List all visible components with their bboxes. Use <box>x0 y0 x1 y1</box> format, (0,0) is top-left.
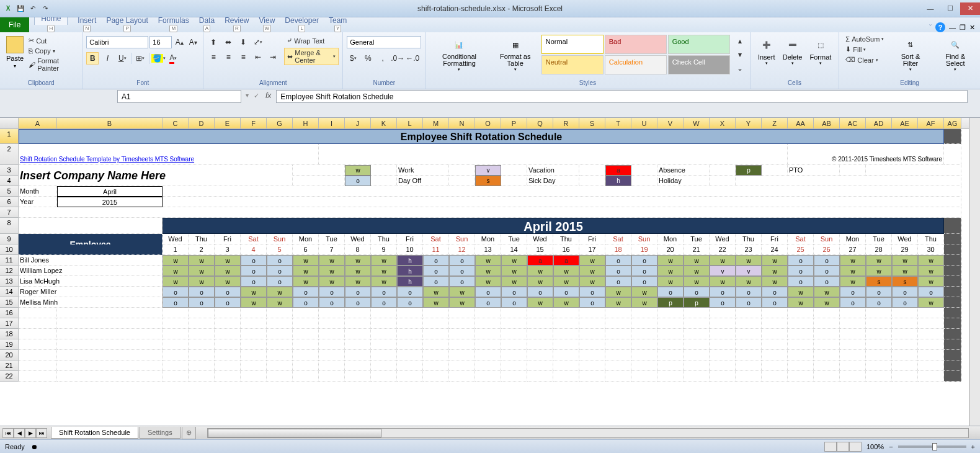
cell[interactable]: 25 <box>788 244 814 255</box>
cell[interactable] <box>293 360 319 371</box>
cell[interactable]: o <box>840 287 866 297</box>
cell[interactable]: Fri <box>397 234 423 244</box>
horizontal-scrollbar[interactable] <box>207 428 969 438</box>
align-top-button[interactable]: ⬆ <box>207 36 220 48</box>
cell[interactable] <box>579 350 605 360</box>
sheet-tab-active[interactable]: Shift Rotation Schedule <box>51 427 138 439</box>
cell[interactable] <box>57 339 163 350</box>
cell[interactable]: w <box>371 266 397 276</box>
row-header[interactable]: 13 <box>0 276 19 287</box>
cell[interactable] <box>163 197 961 207</box>
excel-icon[interactable]: X <box>2 3 14 14</box>
cell[interactable] <box>267 350 293 360</box>
align-right-button[interactable]: ≡ <box>237 51 249 63</box>
cell[interactable] <box>215 360 241 371</box>
cell[interactable]: o <box>605 266 631 276</box>
cell[interactable]: w <box>840 266 866 276</box>
cell[interactable]: o <box>475 297 501 308</box>
cell[interactable]: w <box>736 255 762 266</box>
column-header[interactable]: AF <box>918 118 944 128</box>
cell[interactable]: 26 <box>814 244 840 255</box>
cell[interactable] <box>710 176 736 186</box>
cell[interactable] <box>293 350 319 360</box>
cell[interactable] <box>892 308 918 318</box>
cell[interactable]: a <box>553 255 579 266</box>
row-header[interactable]: 16 <box>0 308 19 318</box>
cell[interactable] <box>788 329 814 339</box>
font-name-input[interactable] <box>86 36 148 48</box>
cell[interactable] <box>267 371 293 382</box>
cell[interactable] <box>293 371 319 382</box>
cell[interactable] <box>814 318 840 329</box>
cell[interactable]: o <box>241 255 267 266</box>
cell[interactable]: w <box>657 266 684 276</box>
cell[interactable]: o <box>814 266 840 276</box>
cell[interactable] <box>449 371 475 382</box>
insert-cells-button[interactable]: ➕Insert▾ <box>754 35 779 67</box>
cell[interactable]: o <box>866 297 892 308</box>
cell[interactable]: o <box>762 287 788 297</box>
cell[interactable] <box>19 339 57 350</box>
cell[interactable]: o <box>553 287 579 297</box>
cell[interactable] <box>449 339 475 350</box>
cell[interactable]: 6 <box>293 244 319 255</box>
cell[interactable] <box>866 318 892 329</box>
cell[interactable] <box>423 318 449 329</box>
cell[interactable] <box>944 234 961 244</box>
window-close-icon[interactable]: ✕ <box>969 24 975 32</box>
cell[interactable]: Thu <box>736 234 762 244</box>
comma-button[interactable]: , <box>376 52 389 65</box>
format-painter-button[interactable]: 🖌Format Painter <box>26 56 78 73</box>
cell[interactable] <box>163 186 961 197</box>
font-color-button[interactable]: A▾ <box>167 52 179 65</box>
cell[interactable]: w <box>163 266 189 276</box>
cell[interactable] <box>423 339 449 350</box>
column-header[interactable]: R <box>553 118 579 128</box>
cell[interactable]: 8 <box>345 244 371 255</box>
cell[interactable]: v <box>710 266 736 276</box>
cell[interactable] <box>605 350 631 360</box>
column-header[interactable]: I <box>319 118 345 128</box>
find-select-button[interactable]: 🔍Find & Select▾ <box>935 35 976 73</box>
column-header[interactable]: D <box>189 118 215 128</box>
cell[interactable] <box>241 371 267 382</box>
cell[interactable] <box>163 308 189 318</box>
cell[interactable] <box>397 329 423 339</box>
cell[interactable]: April 2015 <box>163 218 944 234</box>
cell[interactable] <box>788 350 814 360</box>
cell[interactable] <box>684 308 710 318</box>
cell[interactable]: o <box>319 297 345 308</box>
cell[interactable]: Sat <box>788 234 814 244</box>
cell[interactable] <box>710 329 736 339</box>
cell[interactable]: w <box>553 297 579 308</box>
cell[interactable]: Employee Shift Rotation Schedule <box>19 129 944 144</box>
cut-button[interactable]: ✂Cut <box>26 36 78 45</box>
cell[interactable]: o <box>631 255 657 266</box>
column-header[interactable]: N <box>449 118 475 128</box>
cell[interactable] <box>553 308 579 318</box>
tab-last-button[interactable]: ⏭ <box>36 428 47 438</box>
cell[interactable]: o <box>293 297 319 308</box>
cell[interactable]: o <box>319 287 345 297</box>
cell[interactable]: o <box>345 297 371 308</box>
cell[interactable]: Fri <box>215 234 241 244</box>
cell[interactable]: o <box>736 297 762 308</box>
cell[interactable] <box>657 371 684 382</box>
cell[interactable] <box>840 360 866 371</box>
cell[interactable]: w <box>527 276 553 287</box>
zoom-level[interactable]: 100% <box>866 443 884 450</box>
cell[interactable]: o <box>918 287 944 297</box>
cell[interactable]: w <box>267 297 293 308</box>
cell[interactable]: w <box>918 297 944 308</box>
row-header[interactable]: 19 <box>0 339 19 350</box>
cell[interactable]: h <box>397 255 423 266</box>
underline-button[interactable]: U▾ <box>116 52 128 65</box>
cell[interactable]: 5 <box>267 244 293 255</box>
minimize-button[interactable]: — <box>920 2 940 15</box>
cell[interactable]: 9 <box>371 244 397 255</box>
cell[interactable]: w <box>345 276 371 287</box>
column-header[interactable]: AB <box>814 118 840 128</box>
cell[interactable] <box>423 308 449 318</box>
cell[interactable]: 20 <box>657 244 684 255</box>
cell[interactable] <box>918 360 944 371</box>
